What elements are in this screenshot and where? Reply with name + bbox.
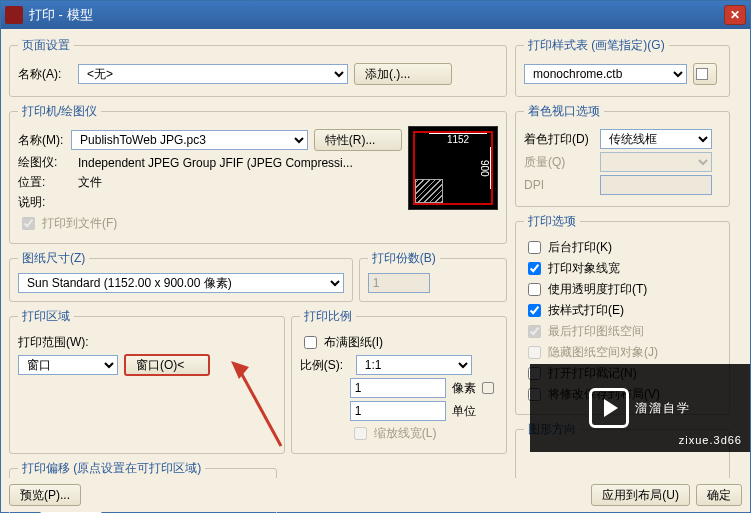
paper-size-group: 图纸尺寸(Z) Sun Standard (1152.00 x 900.00 像…: [9, 250, 353, 302]
opt-paperspace-last-checkbox: [528, 325, 541, 338]
plot-to-file-checkbox: [22, 217, 35, 230]
quality-label: 质量(Q): [524, 154, 594, 171]
scale-unit2-input[interactable]: [350, 401, 446, 421]
plot-what-select[interactable]: 窗口: [18, 355, 118, 375]
plotter-where-value: 文件: [78, 174, 102, 191]
quality-select: [600, 152, 712, 172]
shade-plot-select[interactable]: 传统线框: [600, 129, 712, 149]
scale-unit2-label: 单位: [452, 403, 476, 420]
page-name-select[interactable]: <无>: [78, 64, 348, 84]
opt-hide-paperspace-checkbox: [528, 346, 541, 359]
preview-button[interactable]: 预览(P)...: [9, 484, 81, 506]
page-name-label: 名称(A):: [18, 66, 72, 83]
scale-unit1-label: 像素: [452, 380, 476, 397]
paper-size-select[interactable]: Sun Standard (1152.00 x 900.00 像素): [18, 273, 344, 293]
printer-name-label: 名称(M):: [18, 132, 65, 149]
app-logo: [5, 6, 23, 24]
printer-name-select[interactable]: PublishToWeb JPG.pc3: [71, 130, 308, 150]
printer-props-button[interactable]: 特性(R)...: [314, 129, 402, 151]
table-icon: [696, 68, 708, 80]
equals-icon: [482, 382, 494, 394]
plotter-device-value: Independent JPEG Group JFIF (JPEG Compre…: [78, 156, 353, 170]
plot-style-group: 打印样式表 (画笔指定)(G) monochrome.ctb: [515, 37, 730, 97]
watermark: 溜溜自学 zixue.3d66: [530, 364, 750, 452]
copies-input: [368, 273, 430, 293]
fit-paper-label: 布满图纸(I): [324, 334, 383, 351]
window-title: 打印 - 模型: [29, 6, 724, 24]
plotter-device-label: 绘图仪:: [18, 154, 72, 171]
plot-style-edit-button[interactable]: [693, 63, 717, 85]
preview-hatch: [415, 179, 443, 203]
add-page-button[interactable]: 添加(.)...: [354, 63, 452, 85]
close-icon: ✕: [730, 8, 740, 22]
paper-preview: 1152 900: [408, 126, 498, 210]
opt-background-checkbox[interactable]: [528, 241, 541, 254]
opt-lineweight-label: 打印对象线宽: [548, 260, 620, 277]
watermark-text: 溜溜自学: [635, 400, 691, 417]
ok-button[interactable]: 确定: [696, 484, 742, 506]
fit-paper-checkbox[interactable]: [304, 336, 317, 349]
plot-area-group: 打印区域 打印范围(W): 窗口 窗口(O)<: [9, 308, 285, 454]
plot-options-legend: 打印选项: [524, 213, 580, 230]
shade-plot-label: 着色打印(D): [524, 131, 594, 148]
preview-height: 900: [481, 147, 491, 189]
opt-transparency-checkbox[interactable]: [528, 283, 541, 296]
opt-styles-label: 按样式打印(E): [548, 302, 624, 319]
play-icon: [589, 388, 629, 428]
scale-unit1-input[interactable]: [350, 378, 446, 398]
plot-to-file-label: 打印到文件(F): [42, 215, 117, 232]
opt-hide-paperspace-label: 隐藏图纸空间对象(J): [548, 344, 658, 361]
printer-group: 打印机/绘图仪 1152 900 名称(M): PublishToWeb JPG…: [9, 103, 507, 244]
plotter-where-label: 位置:: [18, 174, 72, 191]
plot-scale-legend: 打印比例: [300, 308, 356, 325]
shaded-viewport-group: 着色视口选项 着色打印(D) 传统线框 质量(Q) DPI: [515, 103, 730, 207]
dpi-input: [600, 175, 712, 195]
plot-style-select[interactable]: monochrome.ctb: [524, 64, 687, 84]
plot-scale-group: 打印比例 布满图纸(I) 比例(S): 1:1 像素 单位: [291, 308, 507, 454]
opt-background-label: 后台打印(K): [548, 239, 612, 256]
plotter-desc-label: 说明:: [18, 194, 72, 211]
copies-legend: 打印份数(B): [368, 250, 440, 267]
shaded-viewport-legend: 着色视口选项: [524, 103, 604, 120]
printer-legend: 打印机/绘图仪: [18, 103, 101, 120]
window-pick-button[interactable]: 窗口(O)<: [124, 354, 210, 376]
paper-size-legend: 图纸尺寸(Z): [18, 250, 89, 267]
copies-group: 打印份数(B): [359, 250, 507, 302]
plot-style-legend: 打印样式表 (画笔指定)(G): [524, 37, 669, 54]
dpi-label: DPI: [524, 178, 594, 192]
plot-what-label: 打印范围(W):: [18, 334, 89, 351]
watermark-sub: zixue.3d66: [679, 434, 742, 446]
apply-layout-button[interactable]: 应用到布局(U): [591, 484, 690, 506]
close-button[interactable]: ✕: [724, 5, 746, 25]
opt-lineweight-checkbox[interactable]: [528, 262, 541, 275]
page-setup-legend: 页面设置: [18, 37, 74, 54]
scale-label: 比例(S):: [300, 357, 350, 374]
opt-transparency-label: 使用透明度打印(T): [548, 281, 647, 298]
scale-lineweight-checkbox: [354, 427, 367, 440]
plot-offset-legend: 打印偏移 (原点设置在可打印区域): [18, 460, 205, 477]
opt-paperspace-last-label: 最后打印图纸空间: [548, 323, 644, 340]
scale-select[interactable]: 1:1: [356, 355, 472, 375]
page-setup-group: 页面设置 名称(A): <无> 添加(.)...: [9, 37, 507, 97]
plot-area-legend: 打印区域: [18, 308, 74, 325]
preview-width: 1152: [429, 133, 487, 145]
scale-lineweight-label: 缩放线宽(L): [374, 425, 437, 442]
opt-styles-checkbox[interactable]: [528, 304, 541, 317]
